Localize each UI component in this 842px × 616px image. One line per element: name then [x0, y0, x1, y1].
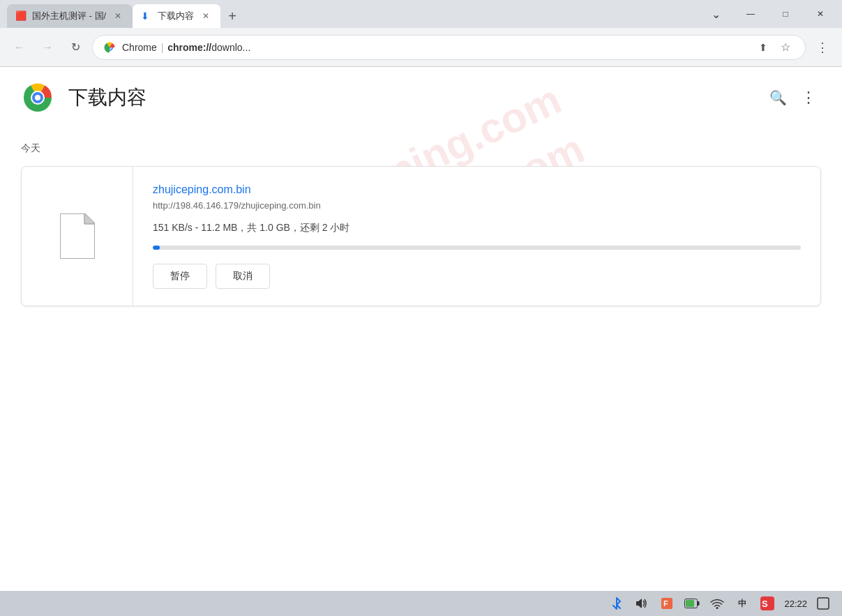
svg-rect-15 — [686, 600, 694, 607]
sogou-icon[interactable]: S — [759, 595, 776, 612]
share-icon: ⬆ — [759, 42, 767, 53]
tab2-title: 下载内容 — [158, 10, 194, 22]
reload-button[interactable]: ↻ — [64, 36, 87, 59]
download-icon-area — [22, 167, 133, 306]
svg-point-16 — [716, 607, 719, 609]
page-header: 下载内容 🔍 ⋮ — [0, 67, 842, 128]
page-menu-icon: ⋮ — [801, 89, 816, 107]
tab-active[interactable]: ⬇ 下载内容 ✕ — [133, 4, 220, 28]
new-tab-button[interactable]: + — [220, 4, 244, 28]
svg-point-6 — [35, 95, 40, 100]
back-button[interactable]: ← — [8, 36, 31, 59]
bookmark-button[interactable]: ☆ — [776, 38, 795, 57]
battery-icon[interactable] — [684, 595, 700, 612]
wifi-icon[interactable] — [709, 595, 726, 612]
address-separator: | — [161, 42, 167, 53]
star-icon: ☆ — [781, 40, 790, 54]
tab1-close[interactable]: ✕ — [112, 10, 124, 22]
close-button[interactable]: ✕ — [804, 3, 836, 24]
file-icon — [60, 213, 95, 259]
back-icon: ← — [14, 41, 25, 54]
progress-bar-fill — [153, 246, 160, 250]
reload-icon: ↻ — [71, 40, 80, 54]
browser-bar: ← → ↻ Chrome | chrome://downlo... ⬆ — [0, 28, 842, 67]
notification-icon[interactable] — [815, 596, 831, 611]
tab-inactive[interactable]: 🟥 国外主机测评 - 国/ ✕ — [7, 4, 133, 28]
volume-icon[interactable] — [633, 595, 650, 612]
svg-rect-14 — [698, 601, 700, 606]
browser-menu-button[interactable]: ⋮ — [811, 36, 834, 59]
title-bar: 🟥 国外主机测评 - 国/ ✕ ⬇ 下载内容 ✕ + ⌄ — □ ✕ — [0, 0, 842, 28]
forward-button[interactable]: → — [36, 36, 59, 59]
new-tab-icon: + — [228, 8, 236, 24]
download-card: zhujiceping.com.bin http://198.46.146.17… — [21, 166, 821, 306]
tabs-area: 🟥 国外主机测评 - 国/ ✕ ⬇ 下载内容 ✕ + — [0, 0, 694, 28]
address-url: chrome://downlo... — [167, 42, 250, 53]
forward-icon: → — [42, 41, 53, 54]
window-controls: ⌄ — □ ✕ — [694, 0, 842, 28]
chevron-down-button[interactable]: ⌄ — [700, 3, 732, 24]
bluetooth-icon[interactable] — [608, 595, 625, 612]
browser-menu-icon: ⋮ — [816, 40, 829, 55]
share-button[interactable]: ⬆ — [753, 38, 773, 57]
page-header-actions: 🔍 ⋮ — [765, 85, 821, 110]
svg-rect-19 — [818, 598, 829, 609]
tab2-favicon: ⬇ — [141, 10, 152, 22]
tab1-title: 国外主机测评 - 国/ — [32, 10, 106, 22]
chrome-logo — [21, 81, 54, 114]
cancel-button[interactable]: 取消 — [216, 264, 270, 289]
address-text: Chrome | chrome://downlo... — [122, 42, 748, 53]
chrome-address-icon — [103, 40, 116, 54]
pause-button[interactable]: 暂停 — [153, 264, 207, 289]
chinese-input-icon[interactable]: 中 — [734, 595, 751, 612]
maximize-button[interactable]: □ — [769, 3, 802, 24]
svg-text:F: F — [663, 599, 668, 608]
section-today-label: 今天 — [21, 142, 821, 155]
svg-text:S: S — [762, 599, 768, 609]
address-actions: ⬆ ☆ — [753, 38, 795, 57]
search-button[interactable]: 🔍 — [765, 85, 790, 110]
download-filename[interactable]: zhujiceping.com.bin — [153, 183, 801, 196]
page-title: 下载内容 — [68, 84, 765, 111]
page-content: zhujiceping.com zhujiceping.com 下载内容 🔍 ⋮ — [0, 67, 842, 591]
page-menu-button[interactable]: ⋮ — [796, 85, 821, 110]
svg-marker-8 — [84, 213, 95, 224]
download-status: 151 KB/s - 11.2 MB，共 1.0 GB，还剩 2 小时 — [153, 222, 801, 234]
taskbar: F 中 S 22:22 — [0, 591, 842, 616]
address-bar[interactable]: Chrome | chrome://downlo... ⬆ ☆ — [92, 35, 806, 60]
figma-icon[interactable]: F — [659, 595, 675, 612]
minimize-button[interactable]: — — [735, 3, 767, 24]
search-icon: 🔍 — [769, 89, 787, 106]
tab2-close[interactable]: ✕ — [200, 10, 212, 22]
downloads-section: 今天 zhujiceping.com.bin http://198.46.146… — [0, 128, 842, 320]
taskbar-time: 22:22 — [784, 599, 807, 609]
download-url: http://198.46.146.179/zhujiceping.com.bi… — [153, 200, 801, 211]
tab1-favicon: 🟥 — [15, 10, 27, 22]
progress-bar-container — [153, 246, 801, 250]
download-info: zhujiceping.com.bin http://198.46.146.17… — [133, 167, 820, 306]
download-actions: 暂停 取消 — [153, 264, 801, 289]
